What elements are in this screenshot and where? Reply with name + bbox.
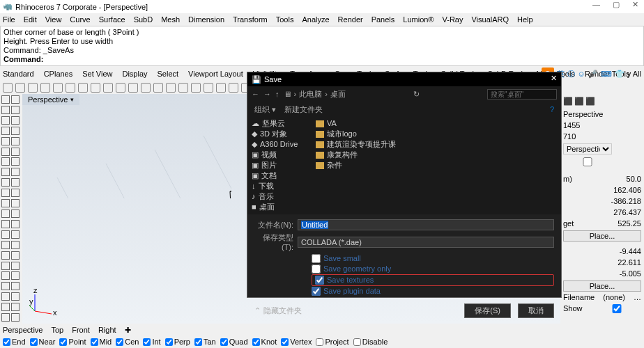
tree-item[interactable]: ▣图片 (252, 160, 306, 171)
place-button-2[interactable]: Place... (563, 280, 641, 292)
menu-analyze[interactable]: Analyze (302, 15, 329, 24)
toolbar-icon[interactable] (40, 83, 50, 93)
tab-select[interactable]: Select (158, 70, 179, 78)
toolbar-icon[interactable] (15, 83, 25, 93)
cancel-button[interactable]: 取消 (518, 303, 554, 318)
place-button[interactable]: Place... (563, 230, 641, 242)
tool-icon[interactable] (1, 189, 10, 197)
menu-file[interactable]: File (3, 15, 15, 24)
toolbar-icon[interactable] (53, 83, 63, 93)
toolbar-icon[interactable] (191, 83, 201, 93)
tab-viewport-layout[interactable]: Viewport Layout (188, 70, 243, 78)
tree-item[interactable]: ◆3D 对象 (252, 129, 306, 139)
toolbar-icon[interactable] (153, 83, 163, 93)
filename-input[interactable]: Untitled (298, 219, 554, 230)
tool-icon[interactable] (11, 292, 20, 301)
toolbar-icon[interactable] (216, 83, 226, 93)
tool-icon[interactable] (1, 271, 10, 280)
menu-tools[interactable]: Tools (276, 15, 294, 24)
toolbar-icon[interactable] (28, 83, 38, 93)
menu-render[interactable]: Render (338, 15, 363, 24)
osnap-cen[interactable]: Cen (116, 338, 139, 346)
tree-item[interactable]: ☁坚果云 (252, 118, 306, 129)
tool-icon[interactable] (1, 241, 10, 249)
toolbar-icon[interactable] (91, 83, 100, 93)
panel-icon[interactable]: ⬛ (585, 97, 595, 106)
tool-icon[interactable] (1, 282, 10, 290)
ime-icon-2[interactable]: ☺ (578, 70, 585, 78)
tool-icon[interactable] (11, 137, 20, 145)
tool-icon[interactable] (11, 178, 20, 187)
tab-set-view[interactable]: Set View (82, 70, 112, 78)
save-option[interactable]: Save small (312, 253, 554, 264)
osnap-int[interactable]: Int (143, 338, 160, 346)
nav-up-icon[interactable]: ↑ (275, 90, 279, 98)
tool-icon[interactable] (1, 303, 10, 311)
tool-icon[interactable] (1, 95, 10, 104)
tool-icon[interactable] (1, 230, 10, 239)
file-item[interactable]: 杂件 (316, 160, 555, 171)
menu-transform[interactable]: Transform (233, 15, 268, 24)
breadcrumb[interactable]: 🖥 › 此电脑 › 桌面 (284, 89, 346, 100)
tool-icon[interactable] (1, 209, 10, 218)
tool-icon[interactable] (11, 251, 20, 260)
tab-display[interactable]: Display (122, 70, 147, 78)
tool-icon[interactable] (11, 241, 20, 249)
tool-icon[interactable] (11, 230, 20, 239)
osnap-near[interactable]: Near (30, 338, 56, 346)
toolbar-icon[interactable] (3, 83, 13, 93)
ime-icon-1[interactable]: ⓘ (567, 69, 575, 79)
tool-icon[interactable] (1, 262, 10, 270)
osnap-quad[interactable]: Quad (220, 338, 248, 346)
ime-icon-3[interactable]: 🎤 (588, 70, 598, 79)
close-button[interactable]: ✕ (632, 0, 638, 9)
tool-icon[interactable] (11, 303, 20, 311)
tool-icon[interactable] (1, 251, 10, 260)
view-tab-perspective[interactable]: Perspective (3, 326, 43, 334)
command-area[interactable]: Other corner of base or length ( 3Point … (0, 26, 644, 66)
tree-item[interactable]: ▣视频 (252, 150, 306, 160)
tool-icon[interactable] (1, 313, 10, 322)
panel-icon[interactable]: ⬛ (574, 97, 584, 106)
ime-icon-4[interactable]: ⌨ (601, 70, 612, 79)
toolbar-icon[interactable] (229, 83, 238, 93)
menu-mesh[interactable]: Mesh (161, 15, 180, 24)
tool-icon[interactable] (1, 292, 10, 301)
toolbar-icon[interactable] (166, 83, 176, 93)
add-tab-icon[interactable]: ✚ (125, 326, 131, 335)
tool-icon[interactable] (11, 199, 20, 207)
tool-icon[interactable] (11, 282, 20, 290)
view-tab-top[interactable]: Top (51, 326, 63, 334)
osnap-point[interactable]: Point (59, 338, 86, 346)
view-tab-front[interactable]: Front (72, 326, 90, 334)
tool-icon[interactable] (1, 127, 10, 135)
osnap-vertex[interactable]: Vertex (281, 338, 312, 346)
toolbar-icon[interactable] (103, 83, 113, 93)
tool-icon[interactable] (1, 106, 10, 114)
tool-icon[interactable] (1, 178, 10, 187)
tool-icon[interactable] (11, 209, 20, 218)
tool-icon[interactable] (11, 95, 20, 104)
menu-view[interactable]: View (45, 15, 62, 24)
tool-icon[interactable] (1, 157, 10, 166)
tool-icon[interactable] (1, 116, 10, 125)
tree-item[interactable]: ◆A360 Drive (252, 139, 306, 150)
dialog-title-bar[interactable]: 💾 Save ✕ (247, 72, 561, 86)
new-folder-button[interactable]: 新建文件夹 (284, 104, 323, 115)
prop-checkbox[interactable] (563, 157, 612, 166)
tool-icon[interactable] (11, 127, 20, 135)
file-item[interactable]: 城市logo (316, 129, 555, 139)
hide-folders-toggle[interactable]: ⌃隐藏文件夹 (254, 306, 302, 316)
save-option[interactable]: Save plugin data (312, 286, 554, 296)
minimize-button[interactable]: — (592, 0, 600, 9)
maximize-button[interactable]: ▢ (613, 0, 620, 9)
save-option[interactable]: Save textures (312, 274, 554, 286)
menu-subd[interactable]: SubD (134, 15, 153, 24)
file-item[interactable]: 建筑渲染专项提升课 (316, 139, 555, 150)
osnap-project[interactable]: Project (316, 338, 348, 346)
projection-select[interactable]: Perspective (563, 143, 612, 155)
toolbar-icon[interactable] (178, 83, 188, 93)
organize-menu[interactable]: 组织 ▾ (254, 104, 276, 115)
save-option[interactable]: Save geometry only (312, 264, 554, 274)
tree-item[interactable]: ↓下载 (252, 181, 306, 191)
